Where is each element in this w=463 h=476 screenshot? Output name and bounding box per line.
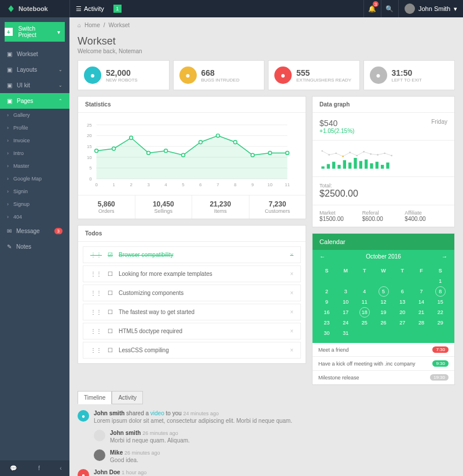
calendar-day[interactable]: 19 — [374, 307, 393, 318]
calendar-day[interactable]: 15 — [431, 297, 450, 307]
todo-item[interactable]: ⋮⋮☐HTML5 doctype required× — [83, 323, 301, 340]
footer-fb-button[interactable]: f — [26, 460, 52, 476]
brand-logo[interactable]: Notebook — [0, 5, 69, 13]
svg-point-30 — [199, 141, 203, 144]
drag-icon[interactable]: ⋮⋮ — [90, 347, 102, 353]
calendar-day[interactable]: 25 — [355, 318, 374, 328]
calendar-day[interactable]: 24 — [336, 318, 355, 328]
footer-chat-button[interactable]: 💬 — [0, 460, 26, 476]
sidebar-item-ui kit[interactable]: ▣UI kit⌄ — [0, 78, 69, 93]
sidebar-sub-invoice[interactable]: Invoice — [0, 134, 69, 147]
calendar-month: October 2016 — [366, 253, 401, 260]
calendar-next[interactable]: → — [442, 253, 447, 260]
calendar-day[interactable]: 30 — [317, 328, 336, 338]
checkbox-icon[interactable]: ☐ — [108, 328, 113, 334]
todo-item[interactable]: ⋮⋮☐Looking for more example templates× — [83, 265, 301, 282]
sidebar-sub-intro[interactable]: Intro — [0, 147, 69, 160]
calendar-day[interactable]: 29 — [431, 318, 450, 328]
close-icon[interactable]: × — [290, 309, 293, 315]
drag-icon[interactable]: ⋮⋮ — [90, 271, 102, 277]
todo-item[interactable]: ⋮⋮☐The fastest way to get started× — [83, 304, 301, 320]
calendar-day[interactable]: 8 — [431, 286, 450, 297]
calendar-day[interactable]: 21 — [412, 307, 431, 318]
calendar-day[interactable]: 12 — [374, 297, 393, 307]
checkbox-icon[interactable]: ☑ — [108, 252, 113, 258]
close-icon[interactable]: × — [290, 290, 293, 296]
calendar-day[interactable]: 4 — [355, 286, 374, 297]
sidebar-sub-signup[interactable]: Signup — [0, 198, 69, 211]
calendar-prev[interactable]: ← — [319, 253, 325, 260]
close-icon[interactable]: × — [290, 347, 293, 353]
bell-badge: 3 — [373, 1, 379, 7]
checkbox-icon[interactable]: ☐ — [108, 271, 113, 277]
sidebar-item-pages[interactable]: ▣Pages⌃ — [0, 93, 69, 109]
switch-project-button[interactable]: + Switch Project ▾ — [5, 22, 65, 42]
svg-point-28 — [164, 149, 168, 153]
todos-title: Todos — [78, 226, 306, 242]
user-name: John Smith — [418, 5, 450, 12]
drag-icon[interactable]: ⋮⋮ — [90, 290, 102, 296]
calendar-day[interactable]: 18 — [355, 307, 374, 318]
svg-text:3: 3 — [147, 182, 150, 187]
sidebar-sub-profile[interactable]: Profile — [0, 121, 69, 134]
svg-rect-47 — [321, 167, 324, 169]
breadcrumb-current: Workset — [109, 22, 130, 28]
sidebar-item-message[interactable]: ✉ Message 3 — [0, 223, 69, 239]
tab-activity[interactable]: ☰ Activity — [69, 0, 110, 17]
checkbox-icon[interactable]: ☐ — [108, 309, 113, 315]
sidebar-item-workset[interactable]: ▣Workset — [0, 46, 69, 62]
calendar-day[interactable]: 13 — [393, 297, 412, 307]
calendar-day[interactable]: 23 — [317, 318, 336, 328]
checkbox-icon[interactable]: ☐ — [108, 347, 113, 353]
drag-icon[interactable]: ⋮⋮ — [90, 328, 102, 334]
calendar-day[interactable]: 9 — [317, 297, 336, 307]
calendar-day[interactable]: 26 — [374, 318, 393, 328]
calendar-day[interactable]: 27 — [393, 318, 412, 328]
notifications-button[interactable]: 🔔 3 — [363, 0, 381, 17]
svg-point-26 — [130, 136, 133, 139]
sidebar-sub-master[interactable]: Master — [0, 160, 69, 172]
close-icon[interactable]: × — [290, 271, 293, 277]
calendar-event[interactable]: Have a kick off meeting with .inc compan… — [313, 357, 454, 371]
tab-activity[interactable]: Activity — [112, 391, 143, 404]
calendar-day[interactable]: 28 — [412, 318, 431, 328]
calendar-event[interactable]: Milestone release19:30 — [313, 371, 454, 385]
breadcrumb-home[interactable]: Home — [84, 22, 100, 28]
calendar-day[interactable]: 10 — [336, 297, 355, 307]
calendar-day — [355, 328, 374, 338]
calendar-day[interactable]: 20 — [393, 307, 412, 318]
calendar-day[interactable]: 7 — [412, 286, 431, 297]
calendar-day[interactable]: 16 — [317, 307, 336, 318]
calendar-event[interactable]: Meet a friend7:30 — [313, 343, 454, 357]
todo-item[interactable]: ⋮⋮☑Browser compatibility× — [83, 246, 301, 263]
sidebar-sub-signin[interactable]: Signin — [0, 185, 69, 198]
drag-icon[interactable]: ⋮⋮ — [90, 309, 102, 315]
svg-point-38 — [335, 153, 337, 154]
todo-item[interactable]: ⋮⋮☐LessCSS compiling× — [83, 342, 301, 359]
calendar-day[interactable]: 3 — [336, 286, 355, 297]
calendar-day[interactable]: 31 — [336, 328, 355, 338]
calendar-day[interactable]: 11 — [355, 297, 374, 307]
sidebar-sub-google-map[interactable]: Google Map — [0, 172, 69, 185]
close-icon[interactable]: × — [290, 252, 293, 258]
home-icon[interactable]: ⌂ — [78, 22, 81, 28]
sidebar-sub-gallery[interactable]: Gallery — [0, 109, 69, 121]
sidebar-sub-404[interactable]: 404 — [0, 211, 69, 223]
calendar-day[interactable]: 14 — [412, 297, 431, 307]
calendar-day[interactable]: 17 — [336, 307, 355, 318]
close-icon[interactable]: × — [290, 328, 293, 334]
footer-collapse-button[interactable]: ‹ — [52, 460, 69, 476]
todo-item[interactable]: ⋮⋮☐Customizing components× — [83, 285, 301, 301]
user-menu[interactable]: John Smith ▾ — [398, 0, 463, 17]
sidebar-item-notes[interactable]: ✎ Notes — [0, 239, 69, 254]
checkbox-icon[interactable]: ☐ — [108, 290, 113, 296]
search-button[interactable]: 🔍 — [381, 0, 398, 17]
tab-timeline[interactable]: Timeline — [78, 391, 112, 404]
calendar-day[interactable]: 1 — [431, 276, 450, 286]
calendar-day[interactable]: 2 — [317, 286, 336, 297]
drag-icon[interactable]: ⋮⋮ — [90, 252, 102, 258]
sidebar-item-layouts[interactable]: ▣Layouts⌄ — [0, 62, 69, 78]
calendar-day[interactable]: 22 — [431, 307, 450, 318]
calendar-day[interactable]: 6 — [393, 286, 412, 297]
calendar-day[interactable]: 5 — [374, 286, 393, 297]
